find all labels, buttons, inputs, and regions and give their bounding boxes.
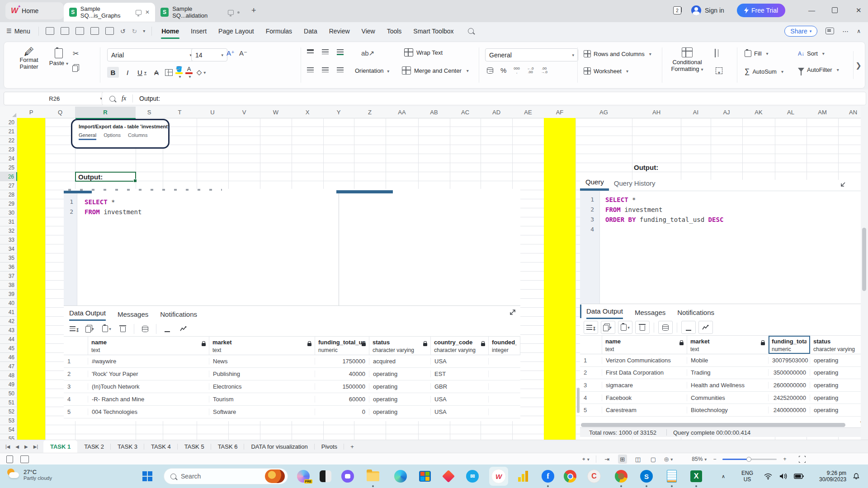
row-header-35[interactable]: 35 <box>0 253 17 263</box>
result-tabs[interactable]: Data OutputMessagesNotifications <box>586 305 714 319</box>
minimize-button[interactable]: — <box>808 6 815 14</box>
wifi-icon[interactable] <box>764 465 772 488</box>
underline-button[interactable]: U <box>136 67 148 78</box>
free-trial-button[interactable]: Free Trial <box>737 4 785 17</box>
sheet-tab-task-4[interactable]: TASK 4 <box>144 440 178 453</box>
column-header-AI[interactable]: AI <box>681 107 711 118</box>
text-rotate-icon[interactable]: ab↗ <box>361 49 374 57</box>
row-header-40[interactable]: 40 <box>0 299 17 308</box>
orientation-button[interactable]: Orientation <box>355 67 389 74</box>
column-header-AJ[interactable]: AJ <box>711 107 743 118</box>
close-window-button[interactable]: ✕ <box>856 6 862 14</box>
font-color-button[interactable]: A <box>185 66 193 79</box>
row-header-44[interactable]: 44 <box>0 335 17 344</box>
wps-app-icon[interactable]: W <box>489 467 508 486</box>
normal-view-icon[interactable]: ⊞ <box>618 455 627 464</box>
row-header-23[interactable]: 23 <box>0 145 17 154</box>
macro-icon[interactable] <box>20 455 29 463</box>
row-header-46[interactable]: 46 <box>0 353 17 362</box>
row-header-37[interactable]: 37 <box>0 272 17 281</box>
align-right-icon[interactable] <box>337 67 344 72</box>
column-header-S[interactable]: S <box>136 107 163 118</box>
wrap-text-button[interactable]: Wrap Text <box>404 48 443 56</box>
font-name-select[interactable]: Arial ▾ <box>107 48 196 61</box>
menu-tab-view[interactable]: View <box>356 22 381 40</box>
sheet-tab-task-1[interactable]: TASK 1 <box>43 440 77 453</box>
draw-border-button[interactable] <box>716 67 722 76</box>
column-header-AC[interactable]: AC <box>450 107 481 118</box>
paste-button[interactable]: ▾ <box>100 323 113 335</box>
decrease-font-icon[interactable]: A⁻ <box>239 49 247 57</box>
ccleaner-icon[interactable]: C <box>587 469 601 483</box>
row-header-54[interactable]: 54 <box>0 425 17 434</box>
facebook-icon[interactable]: f <box>541 469 555 483</box>
italic-button[interactable]: I <box>122 67 133 78</box>
merge-center-button[interactable]: Merge and Center <box>402 66 469 75</box>
row-header-51[interactable]: 51 <box>0 398 17 407</box>
column-header-AD[interactable]: AD <box>481 107 513 118</box>
tray-expand-icon[interactable]: ∧ <box>722 465 725 488</box>
row-header-49[interactable]: 49 <box>0 380 17 389</box>
quickbar-dropdown-icon[interactable]: ▾ <box>143 28 145 33</box>
sheet-tab-task-6[interactable]: TASK 6 <box>211 440 245 453</box>
sign-in-button[interactable]: Sign in <box>691 5 724 15</box>
align-middle-icon[interactable] <box>322 49 329 54</box>
language-indicator[interactable]: ENGUS <box>741 465 753 488</box>
percent-icon[interactable]: % <box>500 66 506 74</box>
edge-icon[interactable] <box>393 469 408 483</box>
results-toolbar[interactable]: ▾▾▾ <box>67 323 190 335</box>
zoom-slider[interactable] <box>722 459 777 460</box>
column-header-market[interactable]: markettext <box>209 337 315 355</box>
column-header-funding_total[interactable]: funding_totalnumeric <box>769 336 810 354</box>
tab-notifications[interactable]: Notifications <box>160 310 197 321</box>
table-row[interactable]: 4FacebookCommunities2425200000operating <box>580 392 868 404</box>
fill-handle[interactable] <box>133 179 137 183</box>
mini-scrollbar-thumb[interactable] <box>577 388 580 413</box>
row-header-42[interactable]: 42 <box>0 317 17 326</box>
taskbar-search[interactable]: Search <box>164 468 288 484</box>
first-sheet-icon[interactable]: |◀ <box>5 444 10 449</box>
column-header-W[interactable]: W <box>260 107 292 118</box>
row-header-47[interactable]: 47 <box>0 362 17 371</box>
row-header-21[interactable]: 21 <box>0 127 17 136</box>
excel-icon[interactable]: X <box>689 469 703 483</box>
start-button[interactable] <box>142 471 152 481</box>
print-icon[interactable] <box>90 27 99 35</box>
column-header-AL[interactable]: AL <box>775 107 807 118</box>
download-button[interactable] <box>160 323 174 335</box>
more-options-icon[interactable]: ⋯ <box>842 28 849 35</box>
zoom-slider-knob[interactable] <box>746 457 751 462</box>
zoom-in-icon[interactable]: + <box>783 456 786 462</box>
paste-button[interactable]: ▾ <box>618 321 632 334</box>
table-style-button[interactable] <box>715 49 716 57</box>
copilot-app-icon[interactable]: PRE <box>296 469 311 483</box>
column-header-U[interactable]: U <box>197 107 229 118</box>
row-header-25[interactable]: 25 <box>0 163 17 172</box>
column-header-market[interactable]: markettext <box>687 336 769 354</box>
menu-tab-insert[interactable]: Insert <box>185 22 212 40</box>
sql-editor[interactable]: 1234 SELECT *FROM investmentORDER BY fun… <box>580 191 868 304</box>
column-header-status[interactable]: statuscharacter varying <box>810 336 868 354</box>
rows-columns-button[interactable]: Rows and Columns <box>584 50 651 57</box>
table-row[interactable]: 2'Rock' Your PaperPublishing40000operati… <box>64 368 520 380</box>
new-tab-button[interactable]: + <box>251 6 256 15</box>
column-header-AB[interactable]: AB <box>418 107 450 118</box>
table-row[interactable]: 5CarestreamBiotechnology2400000000operat… <box>580 404 868 417</box>
dialog-tab-columns[interactable]: Columns <box>128 132 147 140</box>
menu-tab-review[interactable]: Review <box>323 22 356 40</box>
row-header-41[interactable]: 41 <box>0 308 17 317</box>
tab-query-history[interactable]: Query History <box>614 179 656 190</box>
clock-widget[interactable]: 9:26 pm30/09/2023 <box>819 465 846 488</box>
split-view-icon[interactable]: ◫ <box>633 455 642 464</box>
column-header-status[interactable]: statuscharacter varying <box>369 337 431 355</box>
row-header-29[interactable]: 29 <box>0 199 17 208</box>
row-header-52[interactable]: 52 <box>0 407 17 416</box>
selected-cell-r26[interactable]: Output: <box>75 172 136 182</box>
collapse-ribbon-icon[interactable]: ∧ <box>857 28 861 34</box>
column-header-funding_total_usd[interactable]: funding_total_usdnumeric <box>315 337 369 355</box>
format-painter-button[interactable]: 🖉 Format Painter <box>14 48 44 70</box>
row-header-53[interactable]: 53 <box>0 416 17 425</box>
sort-button[interactable]: A↓ Sort <box>798 50 825 57</box>
worksheet-button[interactable]: Worksheet <box>584 67 628 75</box>
sheet-tab-task-5[interactable]: TASK 5 <box>178 440 211 453</box>
